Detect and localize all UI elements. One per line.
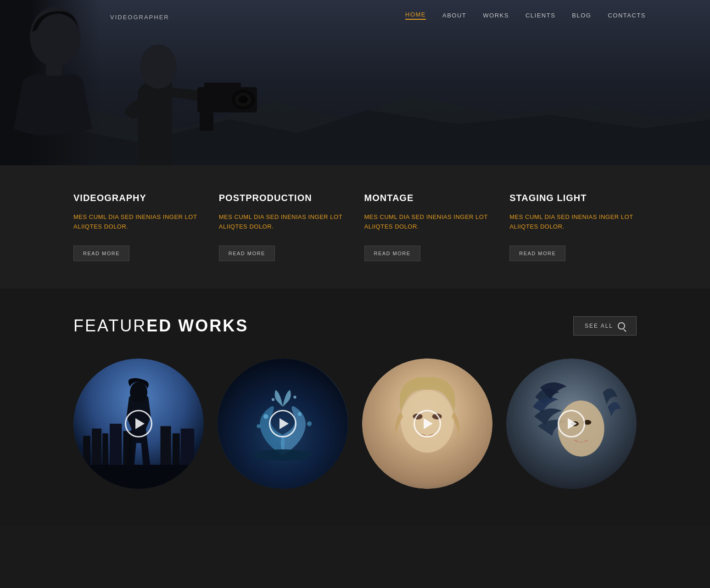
play-btn-3[interactable] bbox=[414, 410, 441, 437]
svg-rect-18 bbox=[173, 433, 180, 470]
featured-works-section: FEATURED WORKS SEE ALL bbox=[0, 289, 710, 526]
service-title-1: VIDEOGRAPHY bbox=[73, 193, 201, 203]
read-more-btn-3[interactable]: READ MORE bbox=[364, 246, 420, 261]
work-item-1[interactable] bbox=[73, 358, 204, 489]
svg-point-29 bbox=[254, 449, 312, 461]
service-desc-1: MES CUML DIA SED INENIAS INGER LOT ALIIQ… bbox=[73, 213, 201, 232]
service-montage: MONTAGE MES CUML DIA SED INENIAS INGER L… bbox=[364, 193, 492, 261]
svg-rect-17 bbox=[161, 426, 171, 470]
svg-point-2 bbox=[30, 7, 80, 67]
services-grid: VIDEOGRAPHY MES CUML DIA SED INENIAS ING… bbox=[73, 193, 637, 261]
play-btn-4[interactable] bbox=[558, 410, 585, 437]
service-desc-3: MES CUML DIA SED INENIAS INGER LOT ALIIQ… bbox=[364, 213, 492, 232]
svg-point-28 bbox=[307, 421, 312, 426]
hero-camera-person bbox=[92, 0, 266, 165]
nav-contacts[interactable]: CONTACTS bbox=[608, 12, 646, 19]
see-all-button[interactable]: SEE ALL bbox=[573, 316, 637, 336]
service-postproduction: POSTPRODUCTION MES CUML DIA SED INENIAS … bbox=[219, 193, 346, 261]
work-circle-1 bbox=[73, 358, 204, 489]
svg-point-24 bbox=[298, 412, 302, 415]
svg-rect-20 bbox=[73, 465, 204, 489]
service-staging-light: STAGING LIGHT MES CUML DIA SED INENIAS I… bbox=[509, 193, 637, 261]
see-all-label: SEE ALL bbox=[585, 323, 613, 329]
svg-point-23 bbox=[263, 414, 268, 419]
svg-rect-10 bbox=[200, 112, 213, 131]
work-circle-3 bbox=[362, 358, 492, 489]
svg-rect-13 bbox=[92, 428, 101, 469]
search-icon bbox=[618, 322, 625, 330]
hero-section: VIDEOGRAPHER HOME ABOUT WORKS CLIENTS BL… bbox=[0, 0, 710, 165]
featured-title: FEATURED WORKS bbox=[73, 316, 248, 336]
svg-rect-14 bbox=[102, 433, 108, 470]
service-videography: VIDEOGRAPHY MES CUML DIA SED INENIAS ING… bbox=[73, 193, 201, 261]
services-section: VIDEOGRAPHY MES CUML DIA SED INENIAS ING… bbox=[0, 165, 710, 289]
svg-rect-19 bbox=[181, 428, 194, 469]
read-more-btn-1[interactable]: READ MORE bbox=[73, 246, 129, 261]
svg-rect-15 bbox=[110, 424, 122, 470]
read-more-btn-2[interactable]: READ MORE bbox=[219, 246, 275, 261]
svg-point-4 bbox=[140, 45, 177, 89]
nav-clients[interactable]: CLIENTS bbox=[526, 12, 555, 19]
featured-title-light: FEATUR bbox=[73, 316, 146, 335]
nav-about[interactable]: ABOUT bbox=[442, 12, 466, 19]
camera-silhouette bbox=[92, 0, 266, 165]
read-more-btn-4[interactable]: READ MORE bbox=[509, 246, 565, 261]
featured-title-bold: ED WORKS bbox=[146, 316, 248, 335]
service-desc-2: MES CUML DIA SED INENIAS INGER LOT ALIIQ… bbox=[219, 213, 346, 232]
nav-works[interactable]: WORKS bbox=[483, 12, 509, 19]
work-item-4[interactable] bbox=[506, 358, 637, 489]
svg-point-9 bbox=[239, 96, 248, 103]
person-silhouette bbox=[0, 0, 101, 165]
featured-header: FEATURED WORKS SEE ALL bbox=[73, 316, 637, 336]
works-grid bbox=[73, 358, 637, 489]
service-title-3: MONTAGE bbox=[364, 193, 492, 203]
hero-person bbox=[0, 0, 101, 165]
service-title-4: STAGING LIGHT bbox=[509, 193, 637, 203]
main-nav: HOME ABOUT WORKS CLIENTS BLOG CONTACTS bbox=[405, 11, 646, 20]
svg-rect-12 bbox=[83, 436, 90, 470]
svg-point-25 bbox=[272, 398, 274, 401]
work-circle-4 bbox=[506, 358, 637, 489]
service-desc-4: MES CUML DIA SED INENIAS INGER LOT ALIIQ… bbox=[509, 213, 637, 232]
nav-home[interactable]: HOME bbox=[405, 11, 426, 20]
svg-point-21 bbox=[130, 381, 147, 403]
svg-point-26 bbox=[294, 396, 296, 398]
work-item-2[interactable] bbox=[218, 358, 348, 489]
play-btn-2[interactable] bbox=[269, 410, 296, 437]
work-circle-2 bbox=[218, 358, 348, 489]
work-item-3[interactable] bbox=[362, 358, 492, 489]
play-btn-1[interactable] bbox=[125, 410, 152, 437]
service-title-2: POSTPRODUCTION bbox=[219, 193, 346, 203]
site-logo: VIDEOGRAPHER bbox=[110, 14, 169, 21]
nav-blog[interactable]: BLOG bbox=[572, 12, 591, 19]
svg-point-27 bbox=[257, 424, 261, 428]
